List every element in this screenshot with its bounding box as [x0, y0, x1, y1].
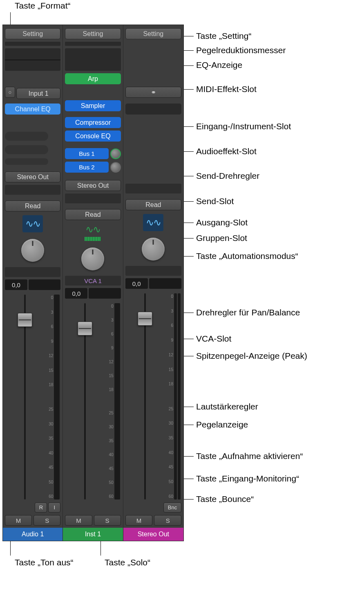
send-slot[interactable]: Bus 1	[65, 148, 108, 159]
automation-mode-button[interactable]: Read	[5, 200, 60, 212]
callout-rec: Taste „Aufnahme aktivieren“	[196, 451, 303, 461]
audio-fx-slot[interactable]: Compressor	[65, 117, 121, 128]
track-type-icon: ∿∿	[83, 224, 103, 241]
eq-thumbnail[interactable]	[5, 48, 60, 71]
peak-display[interactable]: 0,0	[65, 288, 87, 299]
callout-pan: Drehregler für Pan/Balance	[196, 308, 300, 317]
instrument-slot[interactable]: Sampler	[65, 100, 121, 111]
callout-eq: EQ-Anzeige	[196, 60, 242, 70]
group-slot[interactable]	[5, 185, 60, 195]
mixer-panel: Setting ○ Input 1 Channel EQ Stereo Out …	[2, 25, 184, 541]
bounce-button[interactable]: Bnc	[163, 502, 181, 513]
mute-button[interactable]: M	[65, 515, 92, 526]
callout-input: Eingang-/Instrument-Slot	[196, 122, 291, 131]
setting-button[interactable]: Setting	[5, 28, 60, 39]
fader-cap[interactable]	[18, 313, 32, 327]
callout-midifx: MIDI-Effekt-Slot	[196, 84, 257, 94]
balance-knob[interactable]	[142, 238, 165, 261]
vca-slot[interactable]	[5, 267, 60, 277]
fader-scale: 036912151825303540455060	[45, 295, 53, 500]
callout-vca: VCA-Slot	[196, 334, 231, 344]
fader-cap[interactable]	[78, 322, 92, 335]
fader-area: 036912151825303540455060	[65, 300, 121, 501]
eq-thumbnail[interactable]	[65, 48, 121, 71]
record-enable-button[interactable]: R	[35, 502, 47, 513]
midi-fx-slot[interactable]: Arp	[65, 73, 121, 84]
level-meter	[54, 295, 60, 500]
callout-peak: Spitzenpegel-Anzeige (Peak)	[196, 351, 307, 361]
callout-audiofx: Audioeffekt-Slot	[196, 146, 257, 156]
send-slot[interactable]: Bus 2	[65, 162, 108, 173]
gain-reduction-meter	[5, 42, 60, 46]
pan-knob[interactable]	[21, 239, 44, 262]
callout-meter: Pegelanzeige	[196, 420, 248, 430]
fader-scale: 036912151825303540455060	[165, 293, 173, 500]
callout-send-knob: Send-Drehregler	[196, 171, 259, 181]
channel-strip-output: Setting ⚭ Read ∿∿ . 0,0 0369121518253035…	[123, 25, 183, 541]
audio-fx-slot[interactable]: Channel EQ	[5, 104, 60, 115]
fader-cap[interactable]	[138, 312, 152, 326]
track-type-icon: ∿∿	[143, 214, 163, 231]
track-type-icon: ∿∿	[22, 215, 43, 232]
callout-mute: Taste „Ton aus“	[15, 558, 74, 567]
waveform-icon: ∿∿	[85, 224, 100, 235]
stereo-format-button[interactable]: ⚭	[125, 87, 181, 98]
group-slot[interactable]	[125, 184, 181, 194]
audio-fx-slot-empty[interactable]	[125, 104, 181, 115]
mute-button[interactable]: M	[125, 515, 153, 526]
send-knob[interactable]	[110, 148, 121, 159]
channel-strip-instrument: Setting Arp Sampler Compressor Console E…	[63, 25, 123, 541]
format-button[interactable]: ○	[5, 87, 15, 98]
callout-automation: Taste „Automationsmodus“	[196, 251, 298, 261]
channel-name[interactable]: Inst 1	[63, 528, 123, 541]
solo-button[interactable]: S	[154, 515, 181, 526]
solo-button[interactable]: S	[94, 515, 121, 526]
setting-button[interactable]: Setting	[125, 28, 181, 39]
level-meter-left	[174, 293, 177, 500]
audio-fx-slot[interactable]: Console EQ	[65, 130, 121, 142]
group-slot[interactable]	[65, 194, 121, 203]
callout-fader: Lautstärkeregler	[196, 402, 258, 412]
setting-button[interactable]: Setting	[65, 28, 121, 39]
automation-mode-button[interactable]: Read	[125, 199, 181, 210]
output-slot[interactable]: Stereo Out	[65, 180, 121, 191]
level-meter-right	[178, 293, 181, 500]
callout-solo: Taste „Solo“	[105, 558, 150, 567]
send-knob[interactable]	[110, 162, 121, 173]
callout-group: Gruppen-Slot	[196, 233, 247, 243]
peak-display[interactable]: 0,0	[125, 278, 148, 289]
peak-meter	[29, 279, 60, 290]
peak-meter	[149, 278, 181, 289]
peak-display[interactable]: 0,0	[5, 279, 27, 290]
automation-mode-button[interactable]: Read	[65, 209, 121, 220]
callout-format: Taste „Format“	[15, 1, 71, 11]
input-slot[interactable]: Input 1	[16, 88, 60, 99]
output-slot[interactable]: Stereo Out	[5, 171, 60, 182]
volume-fader[interactable]	[24, 295, 26, 500]
send-slot-empty[interactable]	[5, 158, 48, 165]
input-monitoring-button[interactable]: I	[48, 502, 60, 513]
pan-knob[interactable]	[81, 248, 104, 270]
fader-scale: 036912151825303540455060	[105, 303, 114, 500]
callout-output: Ausgang-Slot	[196, 218, 248, 227]
send-slot-empty[interactable]	[5, 132, 48, 141]
fader-area: 036912151825303540455060	[5, 291, 60, 501]
vca-slot[interactable]: VCA 1	[65, 276, 121, 286]
peak-meter	[89, 288, 121, 299]
keyboard-icon	[85, 237, 101, 241]
solo-button[interactable]: S	[33, 515, 60, 526]
waveform-icon: ∿∿	[25, 218, 40, 230]
channel-name[interactable]: Audio 1	[3, 528, 63, 541]
volume-fader[interactable]	[84, 303, 86, 500]
callout-bounce: Taste „Bounce“	[196, 494, 254, 504]
callout-send-slot: Send-Slot	[196, 196, 234, 206]
vca-slot[interactable]: .	[125, 266, 181, 276]
callout-setting: Taste „Setting“	[196, 31, 251, 41]
channel-name[interactable]: Stereo Out	[123, 528, 183, 541]
volume-fader[interactable]	[144, 293, 146, 500]
send-slot-empty[interactable]	[5, 145, 48, 154]
gain-reduction-meter	[65, 42, 121, 46]
mute-button[interactable]: M	[5, 515, 32, 526]
channel-strip-audio: Setting ○ Input 1 Channel EQ Stereo Out …	[3, 25, 63, 541]
fader-area: 036912151825303540455060	[125, 290, 181, 501]
